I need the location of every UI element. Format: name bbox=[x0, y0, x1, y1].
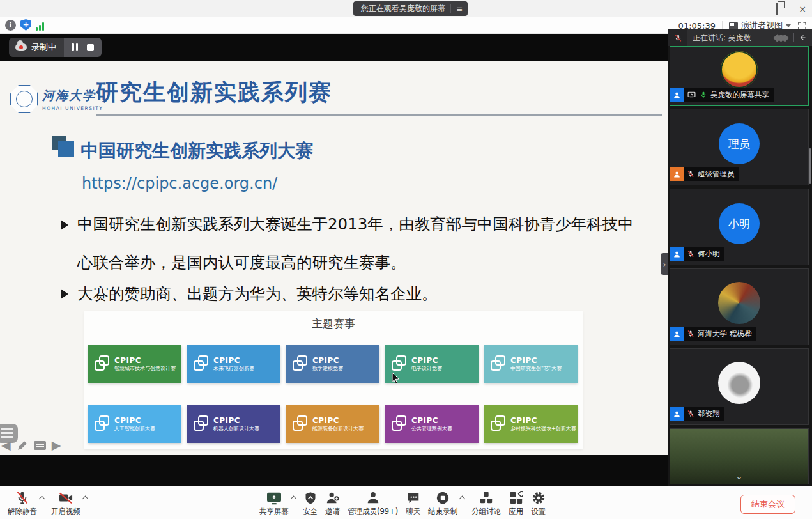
competition-tile[interactable]: CPIPC数学建模竞赛 bbox=[286, 345, 379, 383]
slide-header-title: 研究生创新实践系列赛 bbox=[96, 77, 332, 107]
bullet-arrow-icon bbox=[61, 220, 68, 230]
end-meeting-button[interactable]: 结束会议 bbox=[740, 495, 795, 514]
competition-tile[interactable]: CPIPC机器人创新设计大赛 bbox=[187, 405, 280, 443]
breakout-rooms-button[interactable]: 分组讨论 bbox=[468, 490, 505, 516]
mic-muted-icon bbox=[15, 490, 29, 506]
participant-name: 河海大学 程杨桦 bbox=[698, 329, 751, 339]
cpipc-logo-icon bbox=[392, 415, 408, 433]
meeting-toolbar: 解除静音 开启视频 共享屏幕 bbox=[0, 486, 812, 519]
previous-slide-button[interactable]: ◀ bbox=[1, 439, 11, 451]
shared-screen-area: 录制中 河海大学 HOHAI UNIVERSITY 研究生创新实践系列赛 中国研… bbox=[0, 34, 668, 486]
participant-tile[interactable]: 河海大学 程杨桦 bbox=[670, 268, 809, 345]
cpipc-logo-icon bbox=[194, 415, 210, 433]
chat-button[interactable]: 聊天 bbox=[402, 490, 424, 516]
breakout-blocks-icon bbox=[479, 490, 493, 506]
security-button[interactable]: 安全 bbox=[299, 490, 321, 516]
scroll-down-chevron-icon[interactable]: ⌄ bbox=[736, 472, 743, 481]
competition-tile[interactable]: CPIPC能源装备创新设计大赛 bbox=[286, 405, 379, 443]
unmute-button[interactable]: 解除静音 bbox=[4, 490, 41, 516]
theme-competitions-panel: 主题赛事 CPIPC智慧城市技术与创意设计赛 CPIPC未来飞行器创新赛 CPI… bbox=[84, 311, 583, 449]
avatar: 理员 bbox=[719, 123, 760, 164]
mouse-cursor bbox=[391, 372, 401, 385]
video-options-chevron[interactable] bbox=[83, 495, 88, 500]
bullet-item: 大赛的赞助商、出题方为华为、英特尔等知名企业。 bbox=[61, 283, 640, 305]
recording-indicator: 录制中 bbox=[9, 38, 102, 57]
mic-options-chevron[interactable] bbox=[40, 495, 45, 500]
presentation-slide: 河海大学 HOHAI UNIVERSITY 研究生创新实践系列赛 中国研究生创新… bbox=[0, 61, 668, 455]
invite-person-icon bbox=[326, 490, 340, 506]
participant-name: 何小明 bbox=[698, 249, 720, 259]
bullet-arrow-icon bbox=[61, 289, 68, 299]
muted-mic-icon bbox=[668, 29, 687, 46]
pen-tool-icon[interactable] bbox=[17, 440, 28, 451]
security-shield-icon[interactable]: + bbox=[20, 19, 31, 31]
participant-tile-screen-share[interactable]: 吴庞敬的屏幕共享 bbox=[670, 46, 809, 106]
manage-members-button[interactable]: 管理成员(99+) bbox=[344, 490, 402, 516]
competition-tile[interactable]: CPIPC智慧城市技术与创意设计赛 bbox=[88, 345, 181, 383]
network-signal-icon[interactable] bbox=[36, 21, 44, 31]
pause-recording-button[interactable] bbox=[72, 43, 78, 51]
grid-title: 主题赛事 bbox=[84, 311, 583, 331]
speaker-view-icon bbox=[729, 22, 738, 29]
competition-tile[interactable]: CPIPC人工智能创新大赛 bbox=[88, 405, 181, 443]
participant-tile[interactable]: 理员 超级管理员 bbox=[670, 109, 809, 185]
sidebar-scrollbar[interactable] bbox=[809, 148, 811, 184]
mic-muted-icon bbox=[687, 170, 694, 178]
apps-button[interactable]: 应用 bbox=[505, 490, 527, 516]
participant-tile[interactable]: ⌄ bbox=[670, 428, 809, 484]
university-name-cn: 河海大学 bbox=[42, 88, 103, 104]
members-icon bbox=[366, 490, 380, 506]
stop-recording-button[interactable]: 结束录制 bbox=[424, 490, 461, 516]
competition-tile[interactable]: CPIPC中国研究生创“芯”大赛 bbox=[484, 345, 578, 383]
cpipc-logo-icon bbox=[95, 355, 111, 373]
settings-button[interactable]: 设置 bbox=[527, 490, 549, 516]
participant-tile[interactable]: 郗资翔 bbox=[670, 348, 809, 425]
share-options-chevron[interactable] bbox=[291, 495, 296, 500]
participant-icon bbox=[670, 407, 684, 421]
cpipc-logo-icon bbox=[95, 415, 111, 433]
stop-record-icon bbox=[436, 490, 450, 506]
stop-recording-button[interactable] bbox=[87, 44, 94, 51]
panel-collapse-handle[interactable]: › bbox=[661, 253, 668, 275]
restore-button[interactable] bbox=[771, 4, 783, 13]
avatar: 小明 bbox=[719, 203, 760, 244]
avatar bbox=[718, 362, 760, 404]
participant-tile[interactable]: 小明 何小明 bbox=[670, 189, 809, 265]
squares-bullet-icon bbox=[52, 136, 75, 159]
competition-url: https://cpipc.acge.org.cn/ bbox=[82, 174, 277, 192]
meeting-info-icon[interactable]: i bbox=[5, 20, 16, 31]
cpipc-logo-icon bbox=[392, 355, 408, 373]
bullet-item: 中国研究生创新实践系列大赛诞生于2013年，由教育部与中国科协青少年科技中心联合… bbox=[61, 214, 640, 282]
banner-menu-icon[interactable]: ≡ bbox=[456, 5, 463, 13]
cpipc-logo-icon bbox=[491, 415, 507, 433]
recording-options-chevron[interactable] bbox=[460, 495, 465, 500]
camera-off-icon bbox=[58, 490, 73, 506]
restore-icon bbox=[776, 3, 778, 15]
invite-button[interactable]: 邀请 bbox=[321, 490, 344, 516]
close-button[interactable]: × bbox=[797, 4, 808, 13]
competition-tile[interactable]: CPIPC乡村振兴科技强农+创新大赛 bbox=[484, 405, 578, 443]
share-screen-button[interactable]: 共享屏幕 bbox=[256, 490, 293, 516]
mic-active-icon bbox=[700, 91, 707, 99]
competition-tile[interactable]: CPIPC公共管理案例大赛 bbox=[385, 405, 479, 443]
next-slide-button[interactable]: ▶ bbox=[52, 439, 61, 451]
chat-bubble-icon bbox=[406, 490, 420, 506]
participant-name: 郗资翔 bbox=[698, 409, 720, 419]
start-video-button[interactable]: 开启视频 bbox=[47, 490, 84, 516]
apps-grid-icon bbox=[509, 490, 523, 506]
host-icon bbox=[670, 167, 684, 181]
cpipc-logo-icon bbox=[293, 415, 309, 433]
bullet-text-1: 中国研究生创新实践系列大赛诞生于2013年，由教育部与中国科协青少年科技中心联合… bbox=[77, 205, 640, 282]
university-name-en: HOHAI UNIVERSITY bbox=[42, 105, 103, 111]
competition-tile[interactable]: CPIPC未来飞行器创新赛 bbox=[187, 345, 280, 383]
bullet-text-2: 大赛的赞助商、出题方为华为、英特尔等知名企业。 bbox=[77, 283, 640, 305]
layout-layers-icon[interactable] bbox=[776, 35, 788, 41]
recording-label: 录制中 bbox=[31, 42, 56, 53]
participant-icon bbox=[670, 327, 684, 341]
watching-banner-text: 您正在观看吴庞敬的屏幕 bbox=[361, 3, 445, 14]
speaking-now-label: 正在讲话: 吴庞敬 bbox=[693, 33, 776, 43]
minimize-button[interactable]: — bbox=[746, 4, 757, 13]
notes-tool-icon[interactable] bbox=[34, 441, 46, 450]
cloud-recording-icon bbox=[15, 43, 27, 51]
collapse-panel-icon[interactable] bbox=[799, 34, 807, 42]
